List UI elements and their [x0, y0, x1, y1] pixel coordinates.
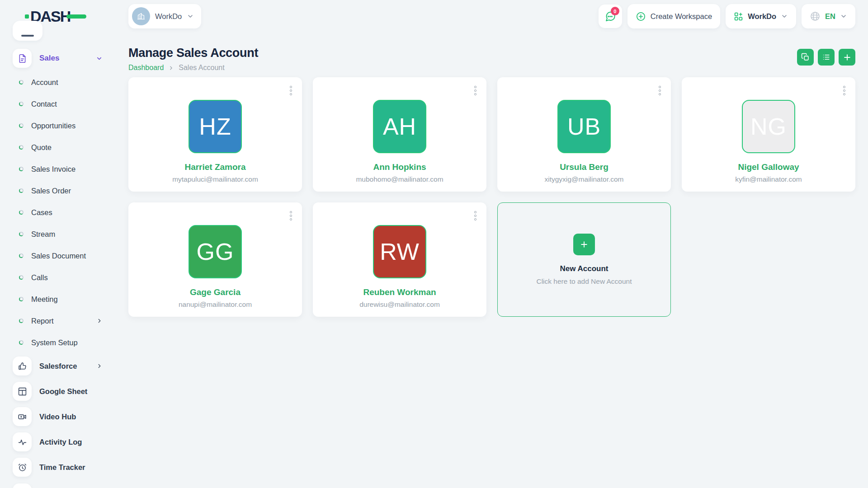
bullet-icon — [19, 253, 24, 258]
workspace-selector[interactable]: WorkDo — [128, 4, 201, 28]
sidebar-module-label: Google Sheet — [39, 387, 87, 396]
account-card[interactable]: AH Ann Hopkins mubohomo@mailinator.com — [313, 77, 486, 192]
account-avatar: AH — [373, 100, 426, 153]
sidebar-item[interactable]: Calls — [13, 267, 117, 288]
copy-icon — [801, 53, 810, 61]
sidebar-section-sales[interactable]: Sales — [13, 48, 117, 69]
add-account-button[interactable] — [839, 49, 855, 66]
sidebar: Sales Account Contact — [0, 33, 117, 488]
account-name[interactable]: Gage Garcia — [190, 287, 241, 297]
workdo-menu-button[interactable]: WorkDo — [726, 4, 796, 28]
breadcrumb-dashboard-link[interactable]: Dashboard — [128, 64, 164, 72]
card-menu-button[interactable] — [472, 84, 478, 97]
card-menu-button[interactable] — [841, 84, 847, 97]
sidebar-item-label: Calls — [31, 273, 48, 282]
language-selector[interactable]: EN — [802, 4, 855, 28]
sidebar-item-label: Opportunities — [31, 122, 75, 130]
sidebar-item-label: Meeting — [31, 295, 58, 304]
sidebar-module-item[interactable]: Activity Log — [13, 429, 117, 455]
bullet-icon — [19, 167, 24, 171]
sidebar-item-label: Sales Order — [31, 187, 71, 195]
breadcrumb: Dashboard Sales Account — [128, 64, 258, 72]
account-card[interactable]: RW Reuben Workman durewisu@mailinator.co… — [313, 202, 486, 317]
card-menu-button[interactable] — [288, 209, 294, 222]
sidebar-item[interactable]: System Setup — [13, 332, 117, 353]
account-name[interactable]: Ursula Berg — [560, 162, 609, 172]
sidebar-item[interactable]: Meeting — [13, 288, 117, 310]
plus-icon — [843, 53, 852, 62]
account-card[interactable]: UB Ursula Berg xitygyxig@mailinator.com — [497, 77, 671, 192]
account-card[interactable]: GG Gage Garcia nanupi@mailinator.com — [128, 202, 302, 317]
sidebar-item[interactable]: Sales Order — [13, 180, 117, 202]
sidebar-module-item[interactable]: Video Hub — [13, 404, 117, 429]
sidebar-module-label: Salesforce — [39, 362, 77, 371]
sidebar-module-label: Time Tracker — [39, 463, 85, 472]
logo-dash — [66, 14, 86, 19]
sidebar-item[interactable]: Stream — [13, 223, 117, 245]
breadcrumb-current: Sales Account — [179, 64, 224, 72]
account-card[interactable]: HZ Harriet Zamora mytapuluci@mailinator.… — [128, 77, 302, 192]
bullet-icon — [19, 340, 24, 345]
sidebar-item-label: Cases — [31, 208, 52, 217]
sidebar-item[interactable]: Report — [13, 310, 117, 332]
bullet-icon — [19, 210, 24, 215]
account-card[interactable]: NG Nigel Galloway kyfin@mailinator.com — [682, 77, 855, 192]
messages-button[interactable]: 0 — [599, 5, 622, 28]
sidebar-item-label: Sales Invoice — [31, 165, 75, 174]
sidebar-module-item[interactable]: Time Tracker — [13, 455, 117, 480]
card-menu-button[interactable] — [657, 84, 663, 97]
sidebar-item[interactable]: Cases — [13, 202, 117, 223]
new-account-card[interactable]: New AccountClick here to add New Account — [497, 202, 671, 317]
account-initials: NG — [750, 113, 787, 140]
chevron-down-icon — [781, 13, 788, 20]
account-initials: HZ — [199, 113, 231, 140]
sidebar-item[interactable]: Account — [13, 71, 117, 93]
account-name[interactable]: Harriet Zamora — [184, 162, 245, 172]
sidebar-sales-menu: Account Contact Opportunities — [13, 71, 117, 353]
sidebar-module-item[interactable]: Salesforce — [13, 353, 117, 379]
sidebar-item-label: Stream — [31, 230, 55, 239]
sidebar-item[interactable]: Quote — [13, 136, 117, 158]
workdo-menu-label: WorkDo — [748, 12, 776, 21]
chevron-right-icon — [96, 318, 103, 324]
sidebar-section-label: Sales — [39, 54, 59, 63]
globe-icon — [810, 11, 821, 22]
sidebar-item[interactable]: Sales Invoice — [13, 158, 117, 180]
sidebar-item[interactable]: Opportunities — [13, 115, 117, 136]
account-name[interactable]: Nigel Galloway — [738, 162, 799, 172]
chevron-down-icon — [840, 13, 847, 20]
account-initials: UB — [567, 113, 601, 140]
account-email: xitygyxig@mailinator.com — [544, 175, 623, 183]
sidebar-item[interactable]: Contact — [13, 93, 117, 115]
hamburger-icon — [21, 35, 34, 37]
sidebar-modules: Salesforce Google Sheet Video Hub — [13, 353, 117, 480]
account-initials: RW — [380, 238, 420, 265]
sidebar-item-label: Account — [31, 78, 58, 87]
messages-badge: 0 — [611, 7, 619, 15]
sidebar-item[interactable]: Sales Document — [13, 245, 117, 267]
account-name[interactable]: Ann Hopkins — [373, 162, 426, 172]
bullet-icon — [19, 145, 24, 150]
account-initials: AH — [383, 113, 416, 140]
sidebar-item-label: Contact — [31, 100, 57, 108]
card-menu-button[interactable] — [288, 84, 294, 97]
new-account-subtitle: Click here to add New Account — [536, 277, 632, 286]
account-email: mytapuluci@mailinator.com — [172, 175, 258, 183]
sidebar-module-label: Video Hub — [39, 413, 76, 421]
card-menu-button[interactable] — [472, 209, 478, 222]
plus-icon — [573, 234, 595, 255]
bullet-icon — [19, 123, 24, 128]
account-avatar: NG — [742, 100, 795, 153]
workspace-name: WorkDo — [155, 12, 182, 21]
sidebar-module-partial[interactable] — [13, 483, 32, 488]
account-email: mubohomo@mailinator.com — [356, 175, 443, 183]
create-workspace-button[interactable]: Create Workspace — [627, 4, 720, 28]
account-name[interactable]: Reuben Workman — [363, 287, 436, 297]
bullet-icon — [19, 275, 24, 280]
bullet-icon — [19, 80, 24, 84]
list-view-button[interactable] — [818, 49, 835, 66]
page-title: Manage Sales Account — [128, 46, 258, 60]
sidebar-module-item[interactable]: Google Sheet — [13, 379, 117, 404]
export-button[interactable] — [797, 49, 814, 66]
sidebar-collapse-button[interactable] — [13, 21, 42, 41]
